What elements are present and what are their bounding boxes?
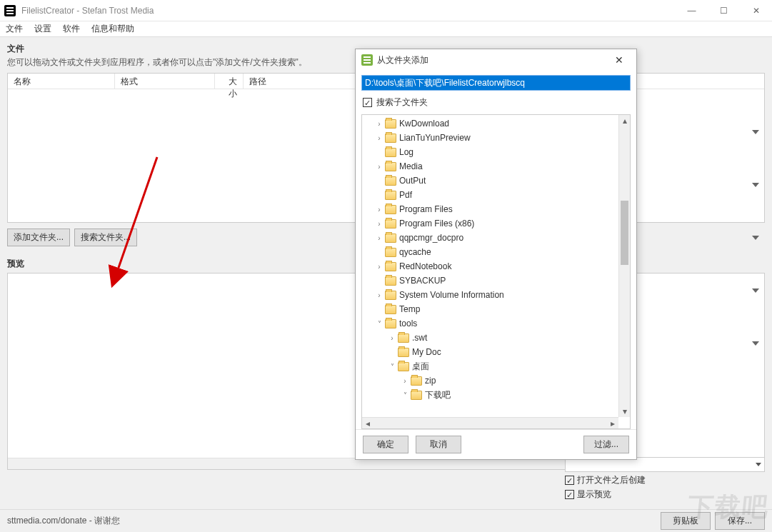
tree-node[interactable]: Temp [362,302,618,316]
folder-icon [385,176,396,186]
path-input-value: D:\tools\桌面\下载吧\FilelistCreatorwjlbscq [365,77,525,89]
svg-rect-8 [364,62,371,64]
expand-icon[interactable]: › [375,220,384,228]
folder-icon [398,362,409,371]
section-chevron-icon[interactable] [752,341,759,346]
status-text: sttmedia.com/donate - 谢谢您 [7,515,120,527]
tree-node-label: .swt [412,333,427,343]
folder-tree[interactable]: ›KwDownload›LianTuYunPreviewLog›MediaOut… [362,115,618,417]
section-chevron-icon[interactable] [752,236,759,240]
save-button[interactable]: 保存... [715,512,765,530]
collapse-icon[interactable]: ˅ [401,391,409,399]
section-chevron-icon[interactable] [752,130,759,134]
tree-node[interactable]: ›qqpcmgr_docpro [362,231,618,245]
scroll-thumb[interactable] [621,201,628,265]
folder-icon [385,248,396,257]
tree-node-label: LianTuYunPreview [399,133,471,143]
expand-icon[interactable]: › [401,377,409,385]
tree-node-label: Log [399,147,413,157]
svg-rect-7 [364,59,371,61]
clipboard-button[interactable]: 剪贴板 [661,512,711,530]
tree-node[interactable]: ›RedNotebook [362,259,618,273]
tree-node[interactable]: ˅tools [362,316,618,331]
svg-rect-6 [364,56,371,58]
section-chevron-icon[interactable] [752,183,759,187]
tree-node[interactable]: ›System Volume Information [362,288,618,302]
col-format[interactable]: 格式 [115,74,215,89]
folder-icon [398,348,409,357]
close-button[interactable]: ✕ [740,0,772,21]
tree-node[interactable]: ›KwDownload [362,116,618,131]
expand-icon[interactable]: › [375,234,384,242]
open-after-label: 打开文件之后创建 [577,474,646,486]
expand-icon[interactable]: › [375,206,384,214]
path-input[interactable]: D:\tools\桌面\下载吧\FilelistCreatorwjlbscq [361,75,631,91]
expand-icon[interactable]: › [375,120,384,128]
scroll-right-icon[interactable]: ▸ [607,418,618,428]
tree-scrollbar-horizontal[interactable]: ◂ ▸ [362,417,618,428]
ok-button[interactable]: 确定 [363,436,408,453]
dialog-close-button[interactable]: ✕ [608,54,631,66]
search-subfolders-checkbox[interactable] [363,98,372,107]
tree-node-label: qqpcmgr_docpro [399,233,463,243]
scroll-up-icon[interactable]: ▴ [619,115,630,126]
tree-node[interactable]: Log [362,145,618,159]
tree-node[interactable]: ›.swt [362,331,618,345]
folder-icon [411,391,422,400]
maximize-button[interactable]: ☐ [708,0,740,21]
folder-icon [385,134,396,143]
open-after-checkbox[interactable] [565,476,574,485]
tree-node-label: tools [399,318,417,328]
svg-rect-3 [6,13,14,14]
tree-node[interactable]: qycache [362,245,618,259]
tree-node[interactable]: SYBACKUP [362,273,618,288]
expand-icon[interactable]: › [375,163,384,171]
folder-icon [385,305,396,314]
folder-icon [385,291,396,300]
collapse-icon[interactable]: ˅ [375,320,384,328]
cancel-button[interactable]: 取消 [416,436,461,453]
svg-rect-2 [6,10,14,11]
tree-node-label: Program Files (x86) [399,219,474,229]
folder-icon [385,262,396,271]
tree-node[interactable]: ›Program Files [362,202,618,216]
add-from-folder-dialog: 从文件夹添加 ✕ D:\tools\桌面\下载吧\FilelistCreator… [355,49,637,460]
col-size[interactable]: 大小 [215,74,244,89]
expand-icon[interactable]: › [375,263,384,271]
add-folder-button[interactable]: 添加文件夹... [7,229,70,246]
tree-node[interactable]: My Doc [362,345,618,359]
tree-node[interactable]: ›Program Files (x86) [362,216,618,231]
menu-settings[interactable]: 设置 [34,23,51,35]
filter-button[interactable]: 过滤... [583,436,629,453]
scroll-left-icon[interactable]: ◂ [362,418,374,428]
tree-node[interactable]: ˅下载吧 [362,388,618,402]
menu-software[interactable]: 软件 [63,23,80,35]
tree-node-label: 下载吧 [425,389,451,401]
tree-node-label: RedNotebook [399,261,451,271]
titlebar: FilelistCreator - Stefan Trost Media — ☐… [0,0,772,21]
scroll-down-icon[interactable]: ▾ [619,406,630,417]
expand-icon[interactable]: › [375,134,384,142]
tree-node[interactable]: ˅桌面 [362,359,618,373]
tree-node[interactable]: OutPut [362,174,618,188]
window-title: FilelistCreator - Stefan Trost Media [21,6,676,16]
folder-icon [385,205,396,214]
tree-node[interactable]: ›zip [362,373,618,388]
tree-scrollbar-vertical[interactable]: ▴ ▾ [618,115,630,417]
tree-node-label: Pdf [399,190,412,200]
tree-node-label: Program Files [399,204,453,214]
expand-icon[interactable]: › [375,291,384,299]
collapse-icon[interactable]: ˅ [388,363,396,371]
col-name[interactable]: 名称 [8,74,115,89]
menu-help[interactable]: 信息和帮助 [91,23,134,35]
search-folder-button[interactable]: 搜索文件夹... [74,229,137,246]
statusbar: sttmedia.com/donate - 谢谢您 剪贴板 保存... [0,509,772,532]
tree-node[interactable]: ›Media [362,159,618,174]
tree-node[interactable]: Pdf [362,188,618,202]
expand-icon[interactable]: › [388,334,396,342]
menu-file[interactable]: 文件 [6,23,23,35]
section-chevron-icon[interactable] [752,288,759,293]
minimize-button[interactable]: — [676,0,708,21]
show-preview-checkbox[interactable] [565,490,574,499]
tree-node[interactable]: ›LianTuYunPreview [362,131,618,145]
